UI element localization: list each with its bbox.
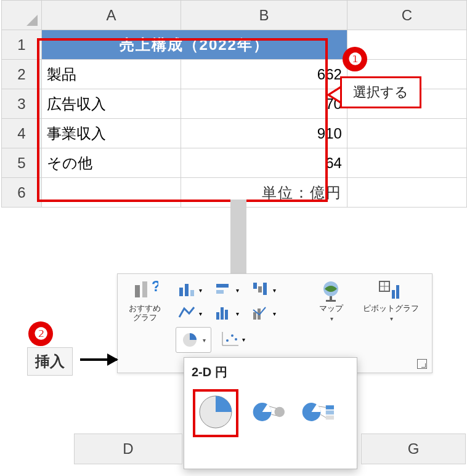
scatter-chart-button[interactable]: ▾ bbox=[220, 329, 247, 348]
row-header-4[interactable]: 4 bbox=[2, 119, 42, 148]
line-chart-button[interactable]: ▾ bbox=[177, 304, 204, 322]
cell-C4[interactable] bbox=[347, 119, 466, 148]
svg-rect-31 bbox=[326, 300, 336, 302]
svg-rect-30 bbox=[330, 296, 332, 300]
chevron-down-icon: ▾ bbox=[330, 315, 333, 322]
col-header-G[interactable]: G bbox=[361, 434, 466, 464]
pivot-chart-label: ピボットグラフ bbox=[357, 304, 424, 313]
svg-text:▾: ▾ bbox=[236, 287, 239, 294]
popup-section-title: 2-D 円 bbox=[184, 358, 357, 387]
combo-chart-button[interactable]: ▾ bbox=[251, 304, 278, 322]
pie-chart-dropdown-button[interactable]: ▾ bbox=[176, 327, 211, 353]
svg-rect-0 bbox=[135, 285, 140, 297]
cell-B2[interactable]: 662 bbox=[181, 60, 347, 89]
cell-B4[interactable]: 910 bbox=[181, 119, 347, 148]
maps-label: マップ bbox=[312, 304, 349, 313]
svg-text:?: ? bbox=[152, 279, 158, 294]
waterfall-chart-button[interactable]: ▾ bbox=[251, 280, 278, 299]
recommended-charts-icon: ? bbox=[131, 279, 158, 302]
bar-of-pie-option[interactable] bbox=[301, 394, 337, 432]
bar-of-pie-icon bbox=[301, 394, 337, 430]
svg-point-26 bbox=[231, 334, 234, 337]
select-all-corner[interactable] bbox=[2, 1, 42, 30]
svg-text:▾: ▾ bbox=[236, 310, 239, 317]
svg-text:▾: ▾ bbox=[273, 310, 276, 317]
pie-option-selected[interactable] bbox=[193, 389, 238, 437]
svg-rect-3 bbox=[179, 288, 183, 296]
svg-text:▾: ▾ bbox=[273, 287, 276, 294]
globe-icon bbox=[317, 279, 344, 302]
column-chart-button[interactable]: ▾ bbox=[177, 280, 204, 299]
svg-rect-36 bbox=[396, 285, 399, 299]
cell-A5[interactable]: その他 bbox=[41, 148, 181, 178]
insert-tab-label[interactable]: 挿入 bbox=[27, 347, 73, 376]
row-header-6[interactable]: 6 bbox=[2, 178, 42, 208]
svg-text:▾: ▾ bbox=[199, 310, 202, 317]
svg-rect-7 bbox=[216, 284, 229, 288]
pivot-chart-icon bbox=[377, 279, 404, 302]
svg-rect-17 bbox=[225, 310, 228, 320]
cell-C6[interactable] bbox=[347, 178, 466, 208]
svg-rect-5 bbox=[190, 290, 194, 296]
pivot-chart-button[interactable]: ピボットグラフ ▾ bbox=[357, 279, 424, 323]
svg-line-47 bbox=[320, 414, 325, 418]
recommended-charts-button[interactable]: ? おすすめ グラフ bbox=[123, 279, 167, 322]
cell-unit[interactable]: 単位：億円 bbox=[181, 178, 347, 208]
svg-rect-15 bbox=[216, 312, 219, 320]
svg-point-25 bbox=[226, 339, 229, 342]
cell-B5[interactable]: 64 bbox=[181, 148, 347, 178]
svg-rect-44 bbox=[326, 411, 334, 415]
bar-chart-button[interactable]: ▾ bbox=[214, 280, 241, 299]
svg-rect-16 bbox=[221, 307, 224, 320]
recommended-charts-label: おすすめ グラフ bbox=[123, 304, 167, 322]
col-header-C[interactable]: C bbox=[347, 1, 466, 30]
svg-rect-35 bbox=[392, 290, 395, 299]
dialog-launcher-icon[interactable] bbox=[417, 359, 427, 369]
svg-rect-10 bbox=[253, 283, 257, 289]
pointer-arrow-icon bbox=[80, 358, 117, 361]
svg-rect-19 bbox=[253, 312, 256, 320]
step-badge-1: ❶ bbox=[343, 47, 367, 71]
cell-A6[interactable] bbox=[41, 178, 181, 208]
pie-2d-icon bbox=[198, 394, 234, 430]
svg-rect-8 bbox=[216, 290, 224, 294]
callout-arrow-icon bbox=[327, 86, 340, 103]
pie-of-pie-option[interactable] bbox=[252, 394, 288, 432]
maps-button[interactable]: マップ ▾ bbox=[312, 279, 349, 323]
callout-select: 選択する bbox=[340, 76, 421, 108]
svg-rect-45 bbox=[326, 416, 334, 420]
row-header-3[interactable]: 3 bbox=[2, 89, 42, 119]
col-header-B[interactable]: B bbox=[181, 1, 347, 30]
row-header-1[interactable]: 1 bbox=[2, 30, 42, 60]
svg-rect-4 bbox=[185, 284, 189, 296]
bottom-header-strip: D G bbox=[0, 434, 467, 464]
cell-C5[interactable] bbox=[347, 148, 466, 178]
svg-rect-12 bbox=[263, 283, 267, 295]
cell-title[interactable]: 売上構成（2022年） bbox=[41, 30, 347, 60]
cell-A3[interactable]: 広告収入 bbox=[41, 89, 181, 119]
histogram-chart-button[interactable]: ▾ bbox=[214, 304, 241, 322]
svg-text:▾: ▾ bbox=[199, 287, 202, 294]
cell-B3[interactable]: 70 bbox=[181, 89, 347, 119]
chevron-down-icon: ▾ bbox=[203, 337, 206, 344]
svg-rect-43 bbox=[326, 405, 334, 409]
pie-of-pie-icon bbox=[252, 394, 288, 430]
svg-text:▾: ▾ bbox=[242, 336, 245, 343]
chevron-down-icon: ▾ bbox=[390, 315, 393, 322]
svg-rect-1 bbox=[142, 281, 147, 297]
col-header-D[interactable]: D bbox=[74, 434, 182, 464]
col-header-A[interactable]: A bbox=[41, 1, 181, 30]
svg-line-46 bbox=[319, 406, 326, 408]
row-header-5[interactable]: 5 bbox=[2, 148, 42, 178]
svg-point-27 bbox=[235, 338, 237, 341]
cell-A4[interactable]: 事業収入 bbox=[41, 119, 181, 148]
row-header-2[interactable]: 2 bbox=[2, 60, 42, 89]
cell-A2[interactable]: 製品 bbox=[41, 60, 181, 89]
svg-rect-11 bbox=[258, 286, 262, 292]
pie-chart-icon bbox=[181, 331, 198, 349]
step-badge-2: ❷ bbox=[28, 321, 53, 346]
